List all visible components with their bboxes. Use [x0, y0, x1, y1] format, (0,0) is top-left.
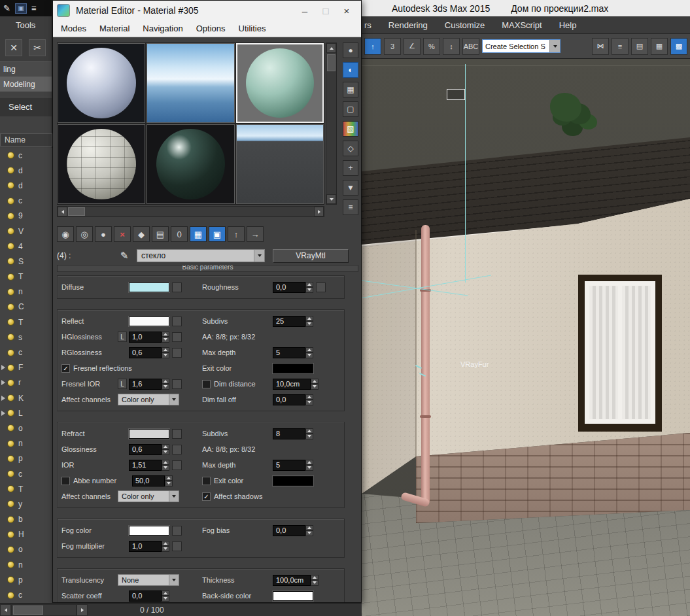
menu-item[interactable]: Modes [61, 24, 86, 33]
sample-type-icon[interactable]: ● [343, 43, 358, 58]
translucency-dropdown[interactable]: None [118, 574, 179, 586]
menu-item[interactable]: Utilities [239, 24, 266, 33]
refract-glossiness-map-button[interactable] [172, 445, 182, 454]
fog-color-map-button[interactable] [172, 526, 182, 536]
app-titlebar[interactable]: Autodesk 3ds Max 2015 Дом по проекции2.m… [362, 0, 690, 16]
reset-map-icon[interactable]: × [114, 226, 131, 242]
sample-slot-1[interactable] [58, 43, 145, 123]
object-layer-icon[interactable] [7, 409, 14, 417]
assign-material-to-selection-icon[interactable]: ● [95, 226, 112, 242]
expand-arrow-icon[interactable] [1, 547, 7, 553]
reflect-color-swatch[interactable] [129, 317, 169, 326]
dim-distance-checkbox[interactable] [202, 380, 211, 388]
object-layer-icon[interactable] [7, 243, 14, 250]
material-editor-titlebar[interactable]: Material Editor - Material #305 – □ × [53, 1, 361, 20]
object-layer-icon[interactable] [7, 318, 14, 326]
object-layer-icon[interactable] [7, 546, 14, 553]
list-item[interactable]: T [0, 269, 52, 284]
sample-uv-tiling-icon[interactable]: ▢ [343, 101, 358, 117]
thickness-spinner[interactable]: 100,0cm [273, 575, 319, 586]
expand-arrow-icon[interactable] [1, 577, 7, 583]
get-material-icon[interactable]: ◉ [57, 226, 74, 242]
list-item[interactable]: y [0, 496, 52, 511]
list-item[interactable]: F [0, 360, 52, 375]
list-item[interactable]: p [0, 451, 52, 466]
object-layer-icon[interactable] [7, 561, 14, 568]
slots-horizontal-scrollbar[interactable] [57, 206, 324, 217]
options-icon[interactable]: + [343, 160, 358, 176]
affect-shadows-checkbox[interactable]: ✓ [202, 492, 211, 501]
object-layer-icon[interactable] [7, 455, 14, 462]
scroll-thumb[interactable] [327, 54, 336, 71]
object-layer-icon[interactable] [7, 288, 14, 296]
hglossiness-map-button[interactable] [172, 332, 182, 342]
object-layer-icon[interactable] [7, 394, 14, 402]
video-color-check-icon[interactable]: ▧ [343, 121, 358, 137]
menu-item[interactable]: Options [196, 24, 226, 33]
object-layer-icon[interactable] [7, 213, 14, 220]
refract-max-depth-spinner[interactable]: 5 [273, 460, 313, 471]
object-layer-icon[interactable] [7, 440, 14, 447]
expand-arrow-icon[interactable] [1, 501, 7, 507]
fresnel-reflections-checkbox[interactable]: ✓ [61, 364, 70, 373]
menu-item[interactable]: Customize [445, 20, 485, 30]
put-to-library-icon[interactable]: ▤ [152, 226, 169, 242]
object-layer-icon[interactable] [7, 152, 14, 159]
link-tools-icon[interactable]: ✂ [29, 39, 46, 56]
sample-slot-2[interactable] [147, 43, 234, 123]
list-item[interactable]: S [0, 254, 52, 269]
list-item[interactable]: L [0, 405, 52, 420]
list-item[interactable]: d [0, 163, 52, 178]
maximize-button[interactable]: □ [315, 3, 336, 18]
angle-snap-icon[interactable]: ∠ [404, 38, 421, 55]
expand-arrow-icon[interactable] [1, 304, 7, 310]
close-button[interactable]: × [336, 3, 357, 18]
slots-vertical-scrollbar[interactable] [326, 43, 337, 205]
expand-arrow-icon[interactable] [1, 592, 7, 598]
list-item[interactable]: V [0, 224, 52, 239]
fresnel-ior-map-button[interactable] [172, 379, 182, 389]
list-item[interactable]: c [0, 194, 52, 209]
list-item[interactable]: c [0, 466, 52, 481]
object-layer-icon[interactable] [7, 349, 14, 356]
basic-parameters-rollout[interactable]: Basic parameters [57, 265, 358, 272]
object-layer-icon[interactable] [7, 531, 14, 538]
curve-editor-icon[interactable]: ▩ [670, 38, 687, 55]
refract-color-swatch[interactable] [129, 429, 169, 439]
material-map-navigator-icon[interactable]: ≡ [343, 199, 358, 215]
list-item[interactable]: T [0, 315, 52, 330]
select-by-material-icon[interactable]: ▼ [343, 180, 358, 196]
list-item[interactable]: 4 [0, 239, 52, 254]
scroll-down-icon[interactable] [326, 194, 336, 204]
minimize-button[interactable]: – [294, 3, 315, 18]
selection-set-dropdown[interactable]: Create Selection S [482, 39, 561, 53]
tools-menu[interactable]: Tools [16, 20, 35, 30]
object-layer-icon[interactable] [7, 167, 14, 174]
scroll-right-icon[interactable] [77, 604, 88, 616]
layer-manager-icon[interactable]: ▤ [631, 38, 648, 55]
menu-item[interactable]: rs [364, 20, 371, 30]
reflect-affect-channels-dropdown[interactable]: Color only [118, 394, 179, 405]
fog-multiplier-spinner[interactable]: 1,0 [129, 541, 169, 552]
save-icon[interactable]: ▣ [15, 3, 27, 14]
make-material-copy-icon[interactable]: ◆ [133, 226, 150, 242]
rglossiness-map-button[interactable] [172, 348, 182, 358]
backlight-icon[interactable]: ◐ [343, 62, 358, 78]
expand-arrow-icon[interactable] [1, 562, 7, 568]
object-layer-icon[interactable] [7, 485, 14, 492]
list-item[interactable]: n [0, 557, 52, 572]
abbe-number-spinner[interactable]: 50,0 [132, 475, 173, 487]
expand-arrow-icon[interactable] [1, 198, 7, 204]
sample-slot-3[interactable] [236, 43, 324, 123]
go-to-parent-icon[interactable]: ↑ [228, 226, 245, 242]
show-map-in-viewport-icon[interactable]: ▦ [190, 226, 207, 242]
sample-slot-6[interactable] [236, 124, 324, 204]
object-layer-icon[interactable] [7, 334, 14, 341]
scroll-left-icon[interactable] [58, 207, 67, 216]
object-layer-icon[interactable] [7, 182, 14, 189]
named-selection-sets-icon[interactable]: ABC [462, 38, 479, 55]
fresnel-ior-lock-button[interactable]: L [118, 379, 127, 389]
expand-arrow-icon[interactable] [1, 334, 7, 340]
snaps-toggle-icon[interactable]: 3 [384, 38, 401, 55]
list-item[interactable]: c [0, 148, 52, 163]
